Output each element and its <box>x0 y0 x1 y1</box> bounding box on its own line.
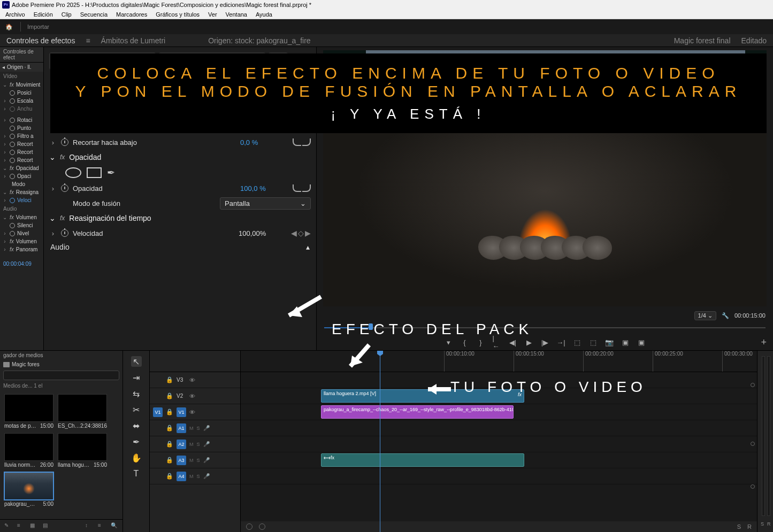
list-view-icon[interactable]: ≡ <box>17 522 25 530</box>
tree-blendmode[interactable]: Modo <box>12 181 25 187</box>
effect-controls-timecode[interactable]: 00:00:04:09 <box>0 259 43 269</box>
ripple-tool-icon[interactable]: ⇆ <box>131 388 142 399</box>
media-crumb[interactable]: Magic fores <box>0 360 123 369</box>
source-patch[interactable]: V1 <box>153 407 163 417</box>
pen-mask-icon[interactable]: ✒ <box>107 167 115 179</box>
stopwatch-icon[interactable] <box>61 79 68 86</box>
fx-icon[interactable]: fx <box>60 214 65 222</box>
selection-tool-icon[interactable]: ↖ <box>131 356 142 367</box>
home-icon[interactable]: 🏠 <box>4 22 14 32</box>
tab-lumetri-scopes[interactable]: Ámbitos de Lumetri <box>101 36 166 45</box>
tree-speed[interactable]: Veloci <box>17 197 32 203</box>
stopwatch-icon[interactable] <box>61 124 68 131</box>
lock-icon[interactable]: 🔒 <box>166 408 173 415</box>
mic-icon[interactable]: 🎤 <box>203 473 210 479</box>
circle-icon[interactable] <box>259 523 265 530</box>
media-item[interactable]: lluvia normal.mp426:00 <box>4 433 53 468</box>
sr-r[interactable]: R <box>747 523 752 530</box>
mic-icon[interactable]: 🎤 <box>203 457 210 463</box>
tree-crop3[interactable]: Recort <box>17 157 33 163</box>
fx-icon[interactable]: fx <box>60 153 65 161</box>
new-item-icon[interactable]: ✎ <box>4 522 12 530</box>
lock-icon[interactable]: 🔒 <box>166 441 173 448</box>
search-icon[interactable]: 🔍 <box>111 522 118 530</box>
sort-icon[interactable]: ↕ <box>85 522 93 530</box>
stopwatch-icon[interactable] <box>61 184 68 192</box>
menu-clip[interactable]: Clip <box>57 11 76 18</box>
track-select-tool-icon[interactable]: ⇥ <box>131 372 142 383</box>
stopwatch-icon[interactable] <box>61 138 68 146</box>
tree-volume[interactable]: Volumen <box>16 214 37 220</box>
menu-view[interactable]: Ver <box>204 11 221 18</box>
clip-effect[interactable]: llama hoguera 2.mp4 [V]fx <box>321 389 524 403</box>
tree-flicker[interactable]: Filtro a <box>17 133 34 139</box>
menu-edit[interactable]: Edición <box>29 11 57 18</box>
step-fwd-icon[interactable]: |▶ <box>541 338 549 346</box>
tree-pan[interactable]: Panoram <box>16 246 38 252</box>
track-target[interactable]: A3 <box>177 456 186 465</box>
tree-opacity-val[interactable]: Opaci <box>17 173 31 179</box>
tree-width[interactable]: Anchu <box>17 106 32 112</box>
media-item[interactable]: motas de polvo15:00 <box>4 394 53 429</box>
reset-icon[interactable] <box>302 79 311 86</box>
pen-tool-icon[interactable]: ✒ <box>131 436 142 447</box>
lock-icon[interactable]: 🔒 <box>166 392 173 399</box>
media-item-selected[interactable]: pakograu_a_firec...5:00 <box>4 472 53 507</box>
media-tabs[interactable]: Medios de... 1 el <box>0 382 123 390</box>
export-frame-icon[interactable]: 📷 <box>605 338 614 346</box>
program-scrubber[interactable] <box>324 321 766 334</box>
lift-icon[interactable]: ⬚ <box>573 338 581 346</box>
media-item[interactable]: llama hoguera 2...15:00 <box>58 433 107 468</box>
next-key-icon[interactable]: ▶ <box>305 229 311 237</box>
circle-icon[interactable] <box>246 523 252 530</box>
zoom-handle[interactable] <box>751 442 755 446</box>
tree-anchor[interactable]: Punto <box>17 125 31 131</box>
tab-source[interactable]: Origen: stock: pakograu_a_fire <box>208 36 310 45</box>
collapse-icon[interactable]: ▴ <box>306 243 310 251</box>
track-target[interactable]: A1 <box>177 423 186 433</box>
blend-mode-dropdown[interactable]: Pantalla⌄ <box>220 197 311 210</box>
eye-icon[interactable]: 👁 <box>189 393 195 399</box>
meter-label-s[interactable]: S <box>761 521 764 527</box>
program-viewport[interactable] <box>323 50 767 306</box>
track-target[interactable]: A2 <box>177 440 186 449</box>
chip-origin[interactable]: Origen · llama hoguera... <box>49 52 156 70</box>
eye-icon[interactable]: 👁 <box>189 409 195 415</box>
timeline-playhead[interactable] <box>380 351 380 532</box>
extract-icon[interactable]: ⬚ <box>589 338 598 346</box>
zoom-handle[interactable] <box>751 383 755 387</box>
mic-icon[interactable]: 🎤 <box>203 425 210 431</box>
tab-effect-controls[interactable]: Controles de efectos <box>6 36 75 45</box>
menu-graphics[interactable]: Gráficos y títulos <box>151 11 204 18</box>
compare-icon[interactable]: ▣ <box>621 338 630 346</box>
stopwatch-icon[interactable] <box>61 94 68 101</box>
hand-tool-icon[interactable]: ✋ <box>131 452 142 463</box>
type-tool-icon[interactable]: T <box>131 468 142 479</box>
stopwatch-icon[interactable] <box>61 229 68 237</box>
menu-file[interactable]: Archivo <box>1 11 29 18</box>
panel-menu-icon[interactable]: ≡ <box>86 36 90 45</box>
source-crumb[interactable]: ◂ Origen · ll. <box>0 63 43 72</box>
clip-audio[interactable]: ⟷fx <box>321 453 524 467</box>
tree-opacity[interactable]: Opacidad <box>16 165 39 171</box>
proxy-icon[interactable]: ▣ <box>637 338 646 346</box>
zoom-handle[interactable] <box>751 484 755 489</box>
tree-motion[interactable]: Movimient <box>16 82 41 88</box>
menu-help[interactable]: Ayuda <box>251 11 277 18</box>
lock-icon[interactable]: 🔒 <box>166 376 173 383</box>
rect-mask-icon[interactable] <box>87 167 102 178</box>
lock-icon[interactable]: 🔒 <box>166 473 173 480</box>
mark-in-icon[interactable]: { <box>461 338 469 346</box>
add-marker-icon[interactable]: ▾ <box>445 338 453 346</box>
auto-icon[interactable]: ≡ <box>98 522 105 530</box>
meter-label-r[interactable]: R <box>767 521 771 527</box>
tree-crop2[interactable]: Recort <box>17 149 33 155</box>
tree-rotation[interactable]: Rotaci <box>17 117 32 123</box>
razor-tool-icon[interactable]: ✂ <box>131 404 142 415</box>
playhead-icon[interactable] <box>369 323 373 330</box>
tree-position[interactable]: Posici <box>17 90 32 96</box>
ellipse-mask-icon[interactable] <box>65 167 81 178</box>
button-editor-icon[interactable]: + <box>761 337 767 348</box>
menu-sequence[interactable]: Secuencia <box>76 11 112 18</box>
step-back-icon[interactable]: ◀| <box>509 338 517 346</box>
